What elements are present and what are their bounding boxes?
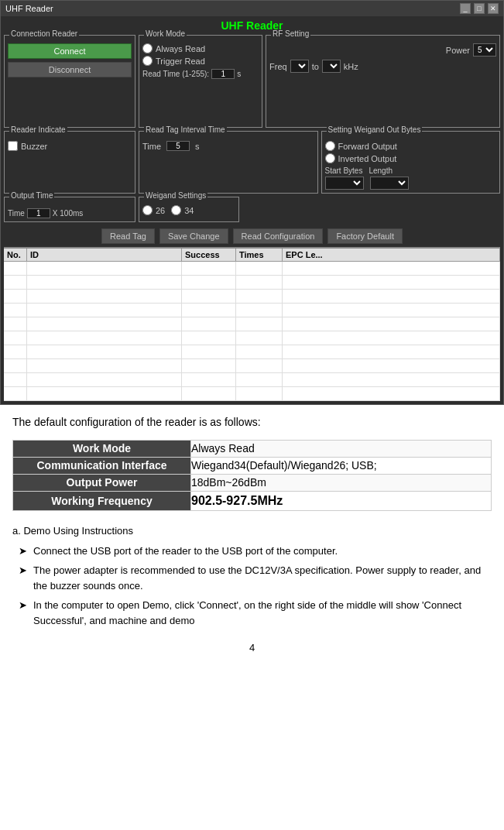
setting-weigand-label: Setting Weigand Out Bytes [327, 125, 423, 134]
power-row: Power 5 [269, 43, 496, 57]
output-time-unit: X 100ms [53, 209, 83, 218]
title-bar: UHF Reader _ □ ✕ [1, 1, 503, 16]
reader-indicate-label: Reader Indicate [9, 125, 67, 134]
col-id: ID [27, 249, 182, 261]
read-configuration-button[interactable]: Read Configuration [233, 228, 324, 244]
top-panels-row: Connection Reader Connect Disconnect Wor… [4, 35, 500, 128]
connection-panel-label: Connection Reader [9, 29, 79, 38]
length-select[interactable] [370, 177, 409, 190]
bytes-selects-row [325, 177, 497, 190]
trigger-read-radio[interactable] [142, 56, 153, 66]
instruction-item-3: ➤ In the computer to open Demo, click 'C… [12, 598, 492, 628]
power-label: Power [446, 46, 470, 55]
weigand-26-label: 26 [156, 206, 165, 215]
power-select[interactable]: 5 [473, 43, 496, 57]
output-time-panel: Output Time Time X 100ms [4, 197, 135, 222]
forward-output-label: Forward Output [338, 142, 397, 151]
interval-time-label: Time [142, 142, 161, 151]
bottom-panels-row: Output Time Time X 100ms Weigand Setting… [4, 197, 500, 222]
freq-label: Freq [269, 62, 287, 71]
col-epc: EPC Le... [283, 249, 500, 261]
maximize-button[interactable]: □ [474, 3, 485, 14]
freq-to-select[interactable] [322, 60, 341, 73]
page-content: The default configuration of the reader … [0, 405, 504, 665]
start-bytes-label: Start Bytes [325, 166, 363, 175]
config-row-working-freq: Working Frequency 902.5-927.5MHz [13, 492, 492, 511]
col-times: Times [236, 249, 283, 261]
read-tag-interval-label: Read Tag Interval Time [144, 125, 227, 134]
read-time-unit: s [237, 70, 241, 78]
table-row [4, 387, 500, 401]
factory-default-button[interactable]: Factory Default [327, 228, 403, 244]
rf-setting-panel-label: RF Setting [271, 29, 310, 38]
inverted-output-row: Inverted Output [325, 153, 497, 163]
output-time-text-label: Time [8, 209, 25, 218]
khz-label: kHz [344, 62, 358, 71]
disconnect-button[interactable]: Disconnect [8, 62, 132, 77]
window-controls: _ □ ✕ [460, 3, 499, 14]
buzzer-row: Buzzer [8, 141, 132, 151]
instructions-heading: a. Demo Using Instructions [12, 523, 492, 539]
table-header: No. ID Success Times EPC Le... [4, 249, 500, 262]
forward-output-radio[interactable] [325, 141, 335, 151]
data-table: No. ID Success Times EPC Le... [4, 247, 500, 401]
table-row [4, 359, 500, 373]
connection-panel: Connection Reader Connect Disconnect [4, 35, 135, 128]
weigand-settings-label: Weigand Settings [144, 191, 207, 200]
rf-inner: Power 5 Freq to kHz [269, 43, 496, 73]
weigand-26-radio[interactable] [142, 205, 153, 215]
table-row [4, 304, 500, 317]
table-row [4, 262, 500, 276]
output-time-input[interactable] [27, 208, 50, 218]
freq-row: Freq to kHz [269, 60, 496, 73]
instruction-text-2: The power adapter is recommended to use … [33, 563, 492, 593]
config-label-comm-interface: Communication Interface [13, 458, 191, 475]
instruction-text-3: In the computer to open Demo, click 'Con… [33, 598, 492, 628]
length-label: Length [369, 166, 393, 175]
inverted-output-radio[interactable] [325, 153, 335, 163]
arrow-icon-3: ➤ [19, 598, 27, 613]
always-read-radio-row: Always Read [142, 43, 259, 53]
close-button[interactable]: ✕ [488, 3, 499, 14]
connect-button[interactable]: Connect [8, 43, 132, 59]
table-row [4, 276, 500, 290]
output-time-row: Time X 100ms [8, 208, 132, 218]
config-row-comm-interface: Communication Interface Wiegand34(Defaul… [13, 458, 492, 475]
config-row-output-power: Output Power 18dBm~26dBm [13, 475, 492, 492]
minimize-button[interactable]: _ [460, 3, 471, 14]
table-row [4, 345, 500, 359]
table-row [4, 290, 500, 304]
config-value-output-power: 18dBm~26dBm [191, 475, 492, 492]
freq-from-select[interactable] [290, 60, 309, 73]
start-bytes-select[interactable] [325, 177, 364, 190]
setting-weigand-panel: Setting Weigand Out Bytes Forward Output… [321, 131, 501, 194]
buzzer-checkbox[interactable] [8, 141, 18, 151]
config-label-work-mode: Work Mode [13, 441, 191, 458]
interval-time-row: Time s [142, 141, 314, 151]
weigand-34-radio[interactable] [171, 205, 181, 215]
instruction-item-1: ➤ Connect the USB port of the reader to … [12, 544, 492, 559]
app-window: UHF Reader _ □ ✕ UHF Reader Connection R… [0, 0, 504, 405]
read-tag-interval-panel: Read Tag Interval Time Time s [139, 131, 318, 194]
middle-row: Reader Indicate Buzzer Read Tag Interval… [4, 131, 500, 194]
always-read-label: Always Read [156, 44, 205, 53]
interval-time-input[interactable] [166, 141, 190, 151]
weigand-settings-panel: Weigand Settings 26 34 [139, 197, 239, 222]
interval-time-unit: s [195, 142, 200, 151]
always-read-radio[interactable] [142, 43, 153, 53]
inverted-output-label: Inverted Output [338, 154, 397, 163]
instructions-section: a. Demo Using Instructions ➤ Connect the… [12, 523, 492, 628]
config-value-working-freq: 902.5-927.5MHz [191, 492, 492, 511]
trigger-read-radio-row: Trigger Read [142, 56, 259, 66]
read-time-label: Read Time (1-255): [142, 70, 209, 78]
read-tag-button[interactable]: Read Tag [101, 228, 155, 244]
config-label-working-freq: Working Frequency [13, 492, 191, 511]
title-bar-text: UHF Reader [5, 4, 53, 13]
to-label: to [312, 62, 319, 71]
table-row [4, 331, 500, 345]
weigand-34-label: 34 [184, 206, 194, 215]
save-change-button[interactable]: Save Change [159, 228, 228, 244]
action-buttons-row: Read Tag Save Change Read Configuration … [4, 225, 500, 247]
arrow-icon-1: ➤ [19, 544, 27, 559]
read-time-input[interactable] [211, 69, 235, 79]
